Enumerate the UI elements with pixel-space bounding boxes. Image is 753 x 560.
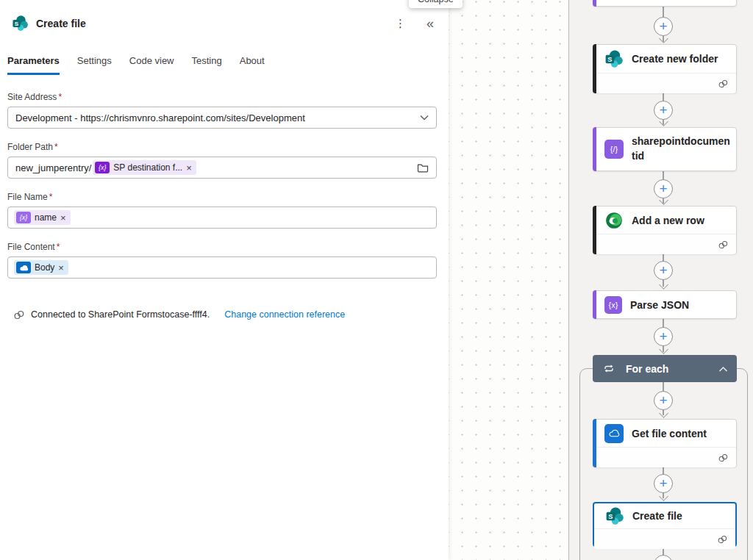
svg-text:S: S bbox=[15, 21, 19, 27]
folder-path-label: Folder Path* bbox=[7, 142, 437, 152]
connector-line bbox=[663, 93, 664, 101]
plus-icon: + bbox=[659, 102, 667, 118]
connection-reference-icon bbox=[718, 453, 729, 462]
flow-node-for-each[interactable]: For each bbox=[593, 355, 737, 382]
token-label: Body bbox=[35, 262, 54, 273]
insert-step-button[interactable]: + bbox=[654, 179, 673, 198]
file-name-label: File Name* bbox=[7, 192, 437, 202]
connector-line bbox=[663, 319, 664, 327]
node-footer bbox=[593, 447, 736, 467]
file-content-label: File Content* bbox=[7, 242, 437, 252]
kebab-icon: ⋮ bbox=[395, 17, 406, 29]
http-code-icon: {/} bbox=[604, 140, 624, 159]
tab-settings[interactable]: Settings bbox=[77, 55, 112, 75]
svg-text:S: S bbox=[607, 56, 612, 63]
flow-node-partial[interactable] bbox=[593, 0, 737, 7]
collapse-icon: « bbox=[427, 16, 434, 31]
sharepoint-icon: S bbox=[604, 49, 624, 68]
file-content-input[interactable]: Body × bbox=[7, 256, 437, 279]
site-address-value: Development - https://chrismvnro.sharepo… bbox=[15, 112, 305, 123]
dataverse-icon bbox=[604, 211, 624, 230]
close-icon[interactable]: × bbox=[60, 213, 66, 223]
node-title: sharepointdocumentid bbox=[632, 134, 730, 163]
insert-step-button[interactable]: + bbox=[654, 17, 673, 36]
node-title: Create new folder bbox=[632, 53, 718, 65]
token-label: name bbox=[35, 212, 57, 223]
flow-diagram-panel: + + + + + + + + S Create new folder bbox=[568, 0, 753, 560]
node-accent bbox=[593, 206, 596, 254]
folder-path-token[interactable]: {x} SP destination f... × bbox=[93, 160, 196, 175]
insert-step-button[interactable]: + bbox=[654, 391, 673, 410]
tooltip-text: Collapse bbox=[418, 0, 454, 4]
parse-json-icon: {x} bbox=[604, 296, 622, 314]
flow-node-create-file[interactable]: S Create file bbox=[593, 502, 737, 547]
chevron-up-icon bbox=[718, 366, 728, 373]
node-title: Parse JSON bbox=[630, 299, 689, 311]
arrow-down-icon bbox=[659, 280, 668, 290]
node-accent bbox=[593, 419, 596, 467]
more-options-button[interactable]: ⋮ bbox=[390, 16, 410, 30]
flow-node-create-new-folder[interactable]: S Create new folder bbox=[593, 44, 737, 93]
node-accent bbox=[593, 127, 596, 171]
tab-bar: Parameters Settings Code view Testing Ab… bbox=[0, 55, 449, 76]
file-name-token[interactable]: {x} name × bbox=[14, 210, 71, 225]
file-content-token[interactable]: Body × bbox=[14, 260, 68, 275]
connection-status-text: Connected to SharePoint Formstocase-ffff… bbox=[31, 309, 210, 320]
action-header: S Create file ⋮ « bbox=[0, 0, 449, 32]
node-title: Add a new row bbox=[632, 215, 704, 226]
flow-node-parse-json[interactable]: {x} Parse JSON bbox=[593, 290, 737, 319]
token-label: SP destination f... bbox=[113, 162, 182, 173]
required-asterisk: * bbox=[54, 142, 58, 152]
tab-about[interactable]: About bbox=[240, 55, 265, 75]
required-asterisk: * bbox=[57, 242, 60, 252]
site-address-select[interactable]: Development - https://chrismvnro.sharepo… bbox=[7, 107, 437, 129]
file-name-input[interactable]: {x} name × bbox=[7, 207, 437, 229]
plus-icon: + bbox=[659, 181, 667, 196]
folder-path-text: new_jumperentry/ bbox=[15, 162, 91, 173]
node-title: For each bbox=[626, 363, 668, 375]
connector-line bbox=[663, 7, 664, 17]
node-accent bbox=[593, 0, 596, 7]
tab-parameters[interactable]: Parameters bbox=[7, 55, 60, 75]
tab-code-view[interactable]: Code view bbox=[129, 55, 174, 75]
flow-node-get-file-content[interactable]: Get file content bbox=[593, 419, 737, 467]
collapse-node-button[interactable] bbox=[718, 362, 728, 376]
connector-line bbox=[663, 171, 664, 179]
flow-canvas-background[interactable] bbox=[449, 0, 568, 560]
tab-testing[interactable]: Testing bbox=[192, 55, 222, 75]
collapse-tooltip: Collapse bbox=[409, 0, 463, 8]
expression-badge-icon: {x} bbox=[16, 212, 31, 223]
node-footer bbox=[593, 234, 736, 254]
folder-browse-icon[interactable] bbox=[417, 162, 429, 173]
insert-step-button[interactable]: + bbox=[654, 474, 673, 493]
site-address-label: Site Address* bbox=[7, 92, 437, 102]
folder-path-input[interactable]: new_jumperentry/ {x} SP destination f...… bbox=[7, 157, 437, 179]
plus-icon: + bbox=[659, 556, 667, 560]
connector-line bbox=[663, 254, 664, 261]
change-connection-link[interactable]: Change connection reference bbox=[224, 309, 345, 320]
close-icon[interactable]: × bbox=[186, 163, 192, 173]
connection-icon bbox=[13, 310, 25, 320]
connection-reference-icon bbox=[717, 535, 728, 544]
close-icon[interactable]: × bbox=[58, 263, 64, 273]
svg-text:S: S bbox=[608, 513, 613, 520]
plus-icon: + bbox=[659, 18, 667, 34]
power-automate-designer: S Create file ⋮ « Parameters Settings Co… bbox=[0, 0, 753, 560]
sharepoint-icon: S bbox=[605, 506, 624, 525]
plus-icon: + bbox=[659, 392, 667, 408]
plus-icon: + bbox=[659, 475, 667, 491]
node-footer bbox=[594, 528, 735, 549]
flow-node-sharepointdocumentid[interactable]: {/} sharepointdocumentid bbox=[593, 127, 737, 171]
insert-step-button[interactable]: + bbox=[654, 327, 673, 346]
insert-step-button[interactable]: + bbox=[654, 261, 673, 280]
node-title: Get file content bbox=[632, 428, 707, 439]
required-asterisk: * bbox=[58, 92, 62, 102]
connection-reference-icon bbox=[718, 240, 729, 249]
insert-step-button[interactable]: + bbox=[654, 101, 673, 120]
collapse-panel-button[interactable]: « bbox=[422, 15, 438, 32]
node-title: Create file bbox=[632, 510, 682, 522]
plus-icon: + bbox=[659, 262, 667, 278]
action-title: Create file bbox=[36, 18, 86, 29]
flow-node-add-a-new-row[interactable]: Add a new row bbox=[593, 206, 737, 254]
action-config-panel: S Create file ⋮ « Parameters Settings Co… bbox=[0, 0, 449, 560]
